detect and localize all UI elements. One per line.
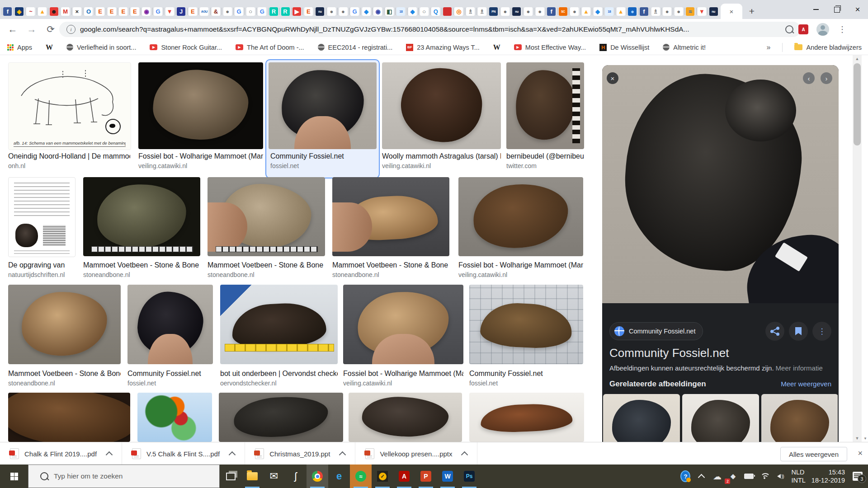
image-result[interactable]: [138, 62, 263, 149]
result-title[interactable]: Mammoet Voetbeen - Stone & Bone: [332, 261, 449, 269]
result-title[interactable]: Fossiel bot - Wolharige Mammoet (Mammuth…: [458, 261, 583, 269]
result-title[interactable]: Mammoet Voetbeen - Stone & Bone: [8, 370, 121, 378]
browser-tab[interactable]: G: [349, 4, 361, 19]
result-domain[interactable]: veiling.catawiki.nl: [343, 380, 463, 387]
result-title[interactable]: Community Fossiel.net: [127, 370, 213, 378]
result-domain[interactable]: stoneandbone.nl: [208, 271, 325, 278]
start-button[interactable]: [0, 465, 28, 488]
browser-tab[interactable]: ●: [627, 4, 638, 19]
more-options-button[interactable]: ⋮: [812, 322, 831, 341]
result-title[interactable]: Mammoet Voetbeen - Stone & Bone: [208, 261, 325, 269]
show-all-downloads-button[interactable]: Alles weergeven: [780, 447, 847, 461]
result-title[interactable]: Community Fossiel.net: [469, 370, 583, 378]
language-indicator[interactable]: NLD INTL: [791, 468, 805, 484]
result-title[interactable]: Community Fossiel.net: [270, 152, 378, 160]
download-item[interactable]: Vellekoop presen....pptx: [355, 442, 477, 465]
browser-tab[interactable]: E: [94, 4, 106, 19]
scroll-down-arrow[interactable]: ▼: [853, 435, 862, 442]
restore-button[interactable]: [826, 0, 847, 19]
close-downloads-bar-button[interactable]: ×: [858, 449, 863, 458]
image-result[interactable]: [343, 285, 463, 364]
browser-tab[interactable]: ●: [222, 4, 233, 19]
scrollbar-thumb[interactable]: [854, 63, 861, 145]
image-result[interactable]: [220, 285, 338, 364]
result-title[interactable]: Oneindig Noord-Holland | De mammoet van …: [8, 152, 130, 160]
browser-tab[interactable]: R: [279, 4, 291, 19]
browser-tab[interactable]: f: [546, 4, 557, 19]
taskbar-app-spotify[interactable]: ≈: [350, 465, 372, 488]
onedrive-icon[interactable]: ☁: [712, 469, 722, 483]
browser-tab[interactable]: ◎: [453, 4, 465, 19]
chevron-up-icon[interactable]: [461, 451, 468, 458]
browser-tab[interactable]: G: [256, 4, 268, 19]
browser-tab[interactable]: ▼: [696, 4, 708, 19]
result-title[interactable]: bot uit onderbeen | Oervondst checker: [220, 370, 338, 378]
result-domain[interactable]: stoneandbone.nl: [332, 271, 449, 278]
taskbar-app-explorer[interactable]: [241, 465, 263, 488]
browser-tab[interactable]: ●: [326, 4, 338, 19]
browser-tab[interactable]: E: [106, 4, 118, 19]
browser-tab[interactable]: G: [152, 4, 164, 19]
bookmark-item[interactable]: Altmetric it!: [663, 44, 706, 51]
page-info-icon[interactable]: i: [66, 25, 75, 34]
browser-tab[interactable]: ≈: [684, 4, 696, 19]
bookmark-item[interactable]: ▶Most Effective Way...: [514, 44, 586, 51]
browser-tab[interactable]: ◉: [372, 4, 384, 19]
help-tray-icon[interactable]: ?: [680, 469, 690, 483]
chevron-up-icon[interactable]: [106, 451, 113, 458]
image-result[interactable]: [208, 177, 325, 256]
browser-tab[interactable]: O: [83, 4, 94, 19]
result-domain[interactable]: stoneandbone.nl: [8, 380, 121, 387]
result-domain[interactable]: natuurtijdschriften.nl: [8, 271, 75, 278]
result-title[interactable]: Woolly mammoth Astragalus (tarsal) bones…: [382, 152, 501, 160]
share-button[interactable]: [765, 322, 784, 341]
result-domain[interactable]: fossiel.net: [127, 380, 213, 387]
browser-tab[interactable]: E: [302, 4, 314, 19]
clock[interactable]: 15:43 18-12-2019: [811, 468, 845, 484]
image-result[interactable]: [8, 177, 75, 257]
browser-tab[interactable]: ~: [25, 4, 37, 19]
image-result[interactable]: [332, 177, 449, 256]
source-badge[interactable]: Community Fossiel.net: [609, 322, 703, 340]
browser-tab[interactable]: &: [210, 4, 222, 19]
download-item[interactable]: Christmas_2019.ppt: [245, 442, 355, 465]
image-result[interactable]: [349, 393, 462, 442]
taskbar-app-photoshop[interactable]: Ps: [458, 465, 480, 488]
bookmarks-overflow-chevron[interactable]: »: [767, 43, 771, 52]
browser-tab[interactable]: f: [638, 4, 650, 19]
browser-tab[interactable]: ●: [337, 4, 349, 19]
more-info-link[interactable]: Meer informatie: [776, 364, 823, 372]
browser-tab[interactable]: ☻: [48, 4, 60, 19]
related-image[interactable]: [761, 394, 838, 442]
browser-tab[interactable]: E: [118, 4, 129, 19]
browser-tab[interactable]: f: [2, 4, 14, 19]
browser-tab[interactable]: ●: [534, 4, 546, 19]
taskbar-app-powerpoint[interactable]: P: [415, 465, 437, 488]
reload-button[interactable]: ⟳: [42, 19, 60, 40]
wifi-icon[interactable]: [760, 469, 769, 483]
browser-tab[interactable]: 18: [395, 4, 407, 19]
image-result[interactable]: [83, 177, 200, 256]
result-domain[interactable]: fossiel.net: [270, 162, 378, 169]
browser-tab[interactable]: ×: [71, 4, 83, 19]
result-title[interactable]: Fossiel bot - Wolharige Mammoet (Mammuth…: [343, 370, 463, 378]
browser-tab[interactable]: ◆: [592, 4, 604, 19]
close-window-button[interactable]: ×: [847, 0, 868, 19]
active-tab[interactable]: ×: [721, 4, 742, 19]
preview-photo[interactable]: [602, 65, 839, 303]
bookmark-item[interactable]: W: [493, 43, 500, 52]
browser-tab[interactable]: ♗: [650, 4, 661, 19]
browser-tab[interactable]: 18: [604, 4, 615, 19]
related-image[interactable]: [603, 394, 680, 442]
bookmark-item[interactable]: HDe Wissellijst: [599, 44, 649, 51]
browser-tab[interactable]: J: [175, 4, 187, 19]
browser-tab[interactable]: SC: [557, 4, 569, 19]
taskbar-app-word[interactable]: W: [437, 465, 458, 488]
bookmark-item[interactable]: W: [46, 43, 53, 52]
browser-tab[interactable]: ♗: [476, 4, 488, 19]
battery-icon[interactable]: [744, 469, 754, 483]
browser-tab[interactable]: ●: [661, 4, 673, 19]
action-center-button[interactable]: 3: [851, 469, 864, 483]
browser-tab[interactable]: ▲: [580, 4, 592, 19]
result-domain[interactable]: twitter.com: [506, 162, 584, 169]
